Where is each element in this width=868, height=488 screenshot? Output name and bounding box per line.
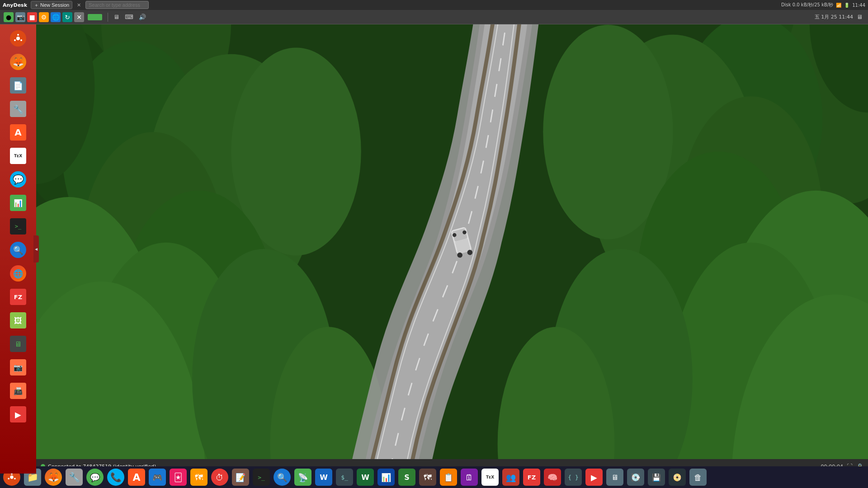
taskbar-notes[interactable]: 📝	[231, 467, 250, 487]
taskbar: 📁 🦊 🔧 💬 📞 A 🎮 🃏 🗺 ⏱ 📝 >_ 🔍	[0, 466, 868, 488]
skype-icon: 💬	[10, 171, 26, 188]
taskbar-notes-icon: 📝	[232, 469, 249, 486]
taskbar-fz[interactable]: FZ	[522, 467, 542, 487]
taskbar-maps-icon: 🗺	[190, 469, 208, 486]
titlebar-time: 11:44	[852, 3, 865, 8]
browser-btn[interactable]: 🌐	[51, 12, 61, 22]
sidebar-item-fz[interactable]: FZ	[7, 286, 29, 308]
monitor-icon-btn[interactable]: 🖥	[112, 13, 121, 21]
main-area: 🦊 📄 🔧 A TEX 💬 📊 >_ 🔍	[0, 24, 868, 474]
sidebar-item-cam[interactable]: 📷	[7, 356, 29, 379]
taskbar-codeblocks-icon: { }	[565, 469, 582, 486]
taskbar-spreadsheet[interactable]: S	[397, 467, 417, 487]
taskbar-tex[interactable]: TEX	[480, 467, 500, 487]
firefox-icon: 🦊	[10, 54, 26, 70]
speaker-icon-btn[interactable]: 🔊	[137, 13, 148, 21]
taskbar-gps[interactable]: 📡	[293, 467, 313, 487]
taskbar-terminal2[interactable]: $_	[335, 467, 354, 487]
taskbar-skype[interactable]: 📞	[106, 467, 126, 487]
taskbar-trash-icon: 🗑	[689, 469, 707, 486]
sidebar-item-search[interactable]: 🔍	[7, 239, 29, 261]
taskbar-stopwatch[interactable]: ⏱	[210, 467, 230, 487]
sidebar-item-terminal[interactable]: >_	[7, 215, 29, 238]
taskbar-trash[interactable]: 🗑	[688, 467, 708, 487]
taskbar-writer[interactable]: W	[314, 467, 334, 487]
scanner-icon: 📠	[10, 383, 26, 399]
sidebar-item-files[interactable]: 📄	[7, 74, 29, 97]
sidebar-item-skype[interactable]: 💬	[7, 168, 29, 191]
taskbar-calc[interactable]: W	[355, 467, 375, 487]
taskbar-monitor4[interactable]: 📀	[667, 467, 687, 487]
close-x-btn[interactable]: ✕	[74, 12, 84, 22]
taskbar-monitor1[interactable]: 🖥	[605, 467, 625, 487]
sidebar-collapse-handle[interactable]	[33, 235, 39, 263]
taskbar-monitor1-icon: 🖥	[606, 469, 623, 486]
taskbar-firefox-icon: 🦊	[45, 469, 62, 486]
address-bar[interactable]	[85, 1, 149, 9]
taskbar-monitor2[interactable]: 💽	[626, 467, 646, 487]
new-session-label: New Session	[40, 2, 69, 8]
taskbar-cards-icon: 🃏	[170, 469, 187, 486]
svg-point-4	[14, 39, 16, 41]
taskbar-firefox[interactable]: 🦊	[43, 467, 63, 487]
settings-btn[interactable]: ⚙	[39, 12, 49, 22]
svg-point-42	[10, 475, 13, 479]
screenshot-btn[interactable]: 📷	[15, 12, 25, 22]
taskbar-settings[interactable]: 🔧	[64, 467, 84, 487]
anydesk-sidebar-icon: ▶	[10, 406, 26, 422]
sidebar-item-arc[interactable]: 🌐	[7, 262, 29, 285]
settings-icon: 🔧	[10, 101, 26, 117]
taskbar-anydesk-icon: ▶	[585, 469, 603, 486]
taskbar-codeblocks[interactable]: { }	[563, 467, 583, 487]
taskbar-notes2-icon: 📋	[440, 469, 457, 486]
tab-close-button[interactable]: ✕	[76, 2, 82, 8]
sidebar-item-scanner[interactable]: 📠	[7, 380, 29, 402]
toolbar-date-time: 五 1月 25 11:44	[815, 14, 853, 20]
keyboard-icon-btn[interactable]: ⌨	[123, 13, 135, 21]
sidebar-item-firefox[interactable]: 🦊	[7, 51, 29, 73]
sidebar-item-settings[interactable]: 🔧	[7, 98, 29, 120]
connect-btn[interactable]: ●	[4, 12, 14, 22]
sidebar-item-ubuntu[interactable]	[7, 27, 29, 50]
taskbar-writer-icon: W	[315, 469, 332, 486]
battery-icon: 🔋	[844, 3, 849, 8]
taskbar-search-icon: 🔍	[274, 469, 291, 486]
toolbar-monitor-icon[interactable]: 🖥	[855, 13, 864, 21]
taskbar-monitor4-icon: 📀	[669, 469, 686, 486]
search-circle-icon: 🔍	[10, 242, 26, 258]
new-session-icon: ＋	[34, 2, 39, 9]
taskbar-pol[interactable]: 🎮	[147, 467, 167, 487]
taskbar-maps[interactable]: 🗺	[189, 467, 209, 487]
taskbar-terminal[interactable]: >_	[251, 467, 271, 487]
taskbar-anydesk[interactable]: ▶	[584, 467, 604, 487]
stop-btn[interactable]: ■	[27, 12, 37, 22]
taskbar-fz-icon: FZ	[523, 469, 540, 486]
imgview-icon: 🖼	[10, 312, 26, 328]
taskbar-mindmap[interactable]: 🧠	[542, 467, 562, 487]
new-session-button[interactable]: ＋ New Session	[31, 1, 72, 9]
font-icon: A	[10, 124, 26, 141]
svg-point-2	[17, 34, 19, 36]
taskbar-wechat[interactable]: 💬	[85, 467, 105, 487]
sidebar-item-imgview[interactable]: 🖼	[7, 309, 29, 332]
svg-point-45	[8, 478, 9, 479]
taskbar-impress[interactable]: 📊	[376, 467, 396, 487]
taskbar-font[interactable]: A	[127, 467, 146, 487]
arc-icon: 🌐	[10, 265, 26, 282]
taskbar-settings-icon: 🔧	[66, 469, 83, 486]
sidebar-item-font[interactable]: A	[7, 121, 29, 144]
taskbar-redmine-icon: 👥	[502, 469, 519, 486]
sidebar-item-pcmon[interactable]: 🖥	[7, 333, 29, 355]
refresh-btn[interactable]: ↻	[62, 12, 72, 22]
taskbar-redmine[interactable]: 👥	[501, 467, 521, 487]
taskbar-cards[interactable]: 🃏	[168, 467, 188, 487]
taskbar-notes2[interactable]: 📋	[439, 467, 458, 487]
sidebar-item-tex[interactable]: TEX	[7, 145, 29, 167]
taskbar-search[interactable]: 🔍	[272, 467, 292, 487]
taskbar-organizer[interactable]: 🗓	[459, 467, 479, 487]
sidebar-item-anydesk[interactable]: ▶	[7, 403, 29, 426]
sidebar-item-sysmon[interactable]: 📊	[7, 192, 29, 214]
taskbar-maps2[interactable]: 🗺	[418, 467, 438, 487]
taskbar-monitor3[interactable]: 💾	[646, 467, 666, 487]
desktop[interactable]: Connected to 748427519 (identity verifie…	[36, 24, 868, 474]
